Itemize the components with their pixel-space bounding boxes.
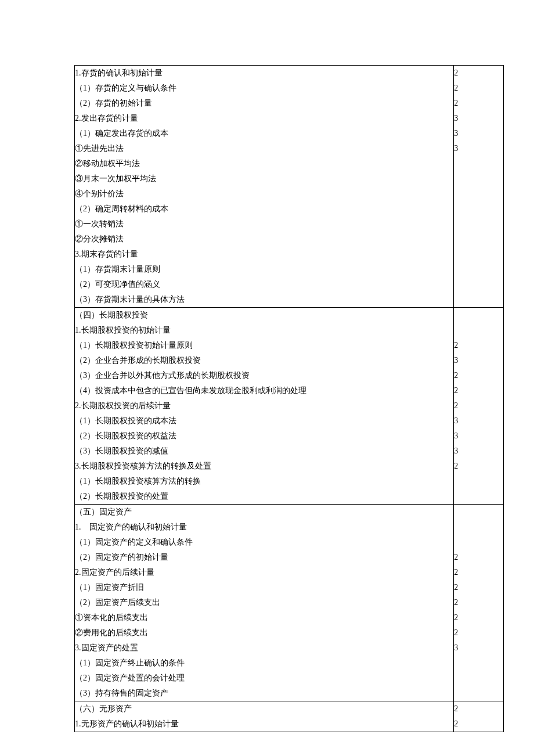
outline-text-cell: 3.固定资产的处置 [75,640,454,656]
outline-text-cell: （1）长期股权投资的成本法 [75,413,454,429]
value-cell: 2 [454,96,504,111]
outline-text-cell: （3）存货期末计量的具体方法 [75,292,454,308]
value-cell: 2 [454,398,504,413]
table-row: （五）固定资产 [75,505,504,520]
table-row: ③月末一次加权平均法 [75,171,504,186]
outline-text-cell: 1.无形资产的确认和初始计量 [75,717,454,732]
value-cell: 2 [454,550,504,565]
table-row: （4）投资成本中包含的已宣告但尚未发放现金股利或利润的处理2 [75,383,504,398]
outline-text-cell: ①资本化的后续支出 [75,610,454,625]
value-cell [454,186,504,201]
table-row: （1）固定资产的定义和确认条件 [75,535,504,550]
table-row: （2）存货的初始计量2 [75,96,504,111]
outline-text-cell: 3.期末存货的计量 [75,247,454,262]
table-row: 3.长期股权投资核算方法的转换及处置2 [75,459,504,474]
value-cell: 2 [454,625,504,640]
outline-text-cell: （六）无形资产 [75,701,454,717]
table-body: 1.存货的确认和初始计量2（1）存货的定义与确认条件2（2）存货的初始计量22.… [75,66,504,732]
value-cell: 3 [454,413,504,429]
table-row: （2）可变现净值的涵义 [75,277,504,292]
value-cell: 2 [454,565,504,580]
value-cell [454,656,504,671]
table-row: （3）存货期末计量的具体方法 [75,292,504,308]
outline-text-cell: 1.长期股权投资的初始计量 [75,323,454,338]
outline-text-cell: 1. 固定资产的确认和初始计量 [75,520,454,535]
outline-text-cell: （五）固定资产 [75,505,454,520]
value-cell [454,262,504,277]
outline-text-cell: （2）存货的初始计量 [75,96,454,111]
outline-text-cell: （4）投资成本中包含的已宣告但尚未发放现金股利或利润的处理 [75,383,454,398]
outline-text-cell: （2）固定资产后续支出 [75,595,454,610]
table-row: （2）长期股权投资的处置 [75,489,504,505]
outline-text-cell: （1）固定资产终止确认的条件 [75,656,454,671]
value-cell [454,489,504,505]
table-row: （1）存货的定义与确认条件2 [75,81,504,96]
table-row: 2.发出存货的计量3 [75,111,504,126]
table-row: ①资本化的后续支出2 [75,610,504,625]
value-cell: 2 [454,580,504,595]
outline-text-cell: （2）企业合并形成的长期股权投资 [75,353,454,368]
table-row: ②费用化的后续支出2 [75,625,504,640]
outline-text-cell: （1）长期股权投资核算方法的转换 [75,474,454,489]
value-cell: 2 [454,368,504,383]
value-cell: 3 [454,126,504,141]
value-cell: 2 [454,338,504,353]
value-cell [454,217,504,232]
table-row: （四）长期股权投资 [75,308,504,323]
table-row: 1.长期股权投资的初始计量 [75,323,504,338]
outline-text-cell: （2）确定周转材料的成本 [75,201,454,217]
table-row: （1）确定发出存货的成本3 [75,126,504,141]
value-cell [454,535,504,550]
outline-text-cell: ③月末一次加权平均法 [75,171,454,186]
table-row: ②分次摊销法 [75,232,504,247]
value-cell [454,201,504,217]
outline-text-cell: （3）企业合并以外其他方式形成的长期股权投资 [75,368,454,383]
outline-text-cell: （1）存货的定义与确认条件 [75,81,454,96]
value-cell [454,171,504,186]
value-cell: 3 [454,429,504,444]
outline-text-cell: ①一次转销法 [75,217,454,232]
outline-text-cell: ①先进先出法 [75,141,454,156]
table-row: 1.存货的确认和初始计量2 [75,66,504,81]
outline-text-cell: （2）长期股权投资的权益法 [75,429,454,444]
outline-text-cell: （1）长期股权投资初始计量原则 [75,338,454,353]
table-row: ①一次转销法 [75,217,504,232]
table-row: （六）无形资产2 [75,701,504,717]
outline-text-cell: 3.长期股权投资核算方法的转换及处置 [75,459,454,474]
outline-text-cell: 1.存货的确认和初始计量 [75,66,454,81]
value-cell: 3 [454,353,504,368]
value-cell [454,277,504,292]
table-row: （1）长期股权投资核算方法的转换 [75,474,504,489]
table-row: ②移动加权平均法 [75,156,504,171]
outline-text-cell: （2）固定资产处置的会计处理 [75,671,454,686]
outline-text-cell: ②费用化的后续支出 [75,625,454,640]
table-row: ④个别计价法 [75,186,504,201]
outline-text-cell: （2）可变现净值的涵义 [75,277,454,292]
value-cell: 3 [454,111,504,126]
outline-text-cell: 2.发出存货的计量 [75,111,454,126]
value-cell [454,686,504,701]
outline-text-cell: （3）持有待售的固定资产 [75,686,454,701]
outline-text-cell: （2）固定资产的初始计量 [75,550,454,565]
outline-text-cell: （1）确定发出存货的成本 [75,126,454,141]
value-cell [454,671,504,686]
outline-text-cell: （1）存货期末计量原则 [75,262,454,277]
outline-text-cell: ④个别计价法 [75,186,454,201]
outline-text-cell: ②分次摊销法 [75,232,454,247]
value-cell [454,232,504,247]
value-cell [454,323,504,338]
table-row: 2.固定资产的后续计量2 [75,565,504,580]
table-row: （3）持有待售的固定资产 [75,686,504,701]
table-row: 2.长期股权投资的后续计量2 [75,398,504,413]
outline-text-cell: （1）固定资产折旧 [75,580,454,595]
outline-text-cell: （2）长期股权投资的处置 [75,489,454,505]
value-cell: 3 [454,444,504,459]
value-cell [454,292,504,308]
outline-text-cell: 2.固定资产的后续计量 [75,565,454,580]
table-row: （2）长期股权投资的权益法3 [75,429,504,444]
outline-text-cell: （3）长期股权投资的减值 [75,444,454,459]
value-cell: 2 [454,81,504,96]
table-row: 1. 固定资产的确认和初始计量 [75,520,504,535]
value-cell [454,474,504,489]
table-row: （2）固定资产的初始计量2 [75,550,504,565]
